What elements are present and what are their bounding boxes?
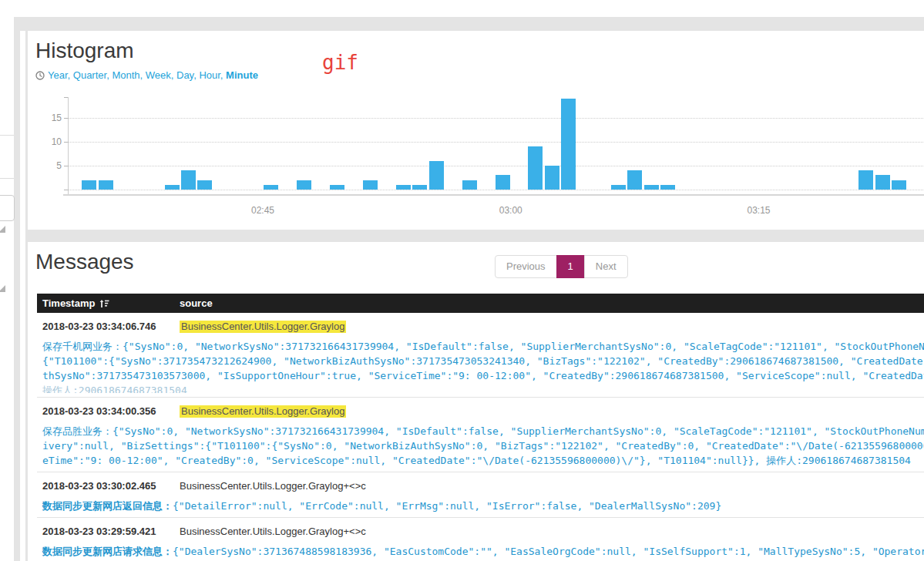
- histogram-bar[interactable]: [363, 180, 378, 190]
- histogram-bar[interactable]: [545, 166, 559, 190]
- gridline-y-0: [68, 190, 924, 190]
- message-row[interactable]: 2018-03-23 03:34:00.356BusinessCenter.Ut…: [37, 398, 924, 472]
- histogram-bar[interactable]: [611, 185, 626, 190]
- message-row[interactable]: 2018-03-23 03:29:59.421BusinessCenter.Ut…: [37, 518, 924, 561]
- message-timestamp: 2018-03-23 03:29:59.421: [42, 526, 180, 538]
- histogram-bar[interactable]: [660, 185, 675, 190]
- message-text-line: 保存品胜业务：{"SysNo":0, "NetworkSysNo":371732…: [42, 424, 924, 438]
- previous-page-button[interactable]: Previous: [495, 255, 557, 278]
- histogram-bar[interactable]: [496, 175, 510, 190]
- histogram-bar[interactable]: [875, 175, 890, 190]
- current-page-button[interactable]: 1: [556, 255, 585, 278]
- x-axis: [63, 194, 924, 196]
- message-source: BusinessCenter.Utils.Logger.Graylog+<>c: [180, 526, 366, 538]
- histogram-bar[interactable]: [892, 180, 906, 190]
- histogram-bar[interactable]: [197, 180, 212, 190]
- message-timestamp: 2018-03-23 03:30:02.465: [42, 480, 180, 492]
- gridline-y-10: [68, 142, 924, 143]
- pagination: Previous 1 Next: [495, 255, 628, 278]
- histogram-bar[interactable]: [412, 185, 427, 190]
- y-tick-label: 15: [34, 112, 62, 124]
- message-timestamp: 2018-03-23 03:34:06.746: [42, 321, 180, 333]
- message-text-line: ivery":null, "BizSettings":{"T101100":{"…: [42, 438, 924, 453]
- message-source: BusinessCenter.Utils.Logger.Graylog: [180, 321, 346, 333]
- histogram-bar[interactable]: [396, 185, 411, 190]
- histogram-bar[interactable]: [297, 180, 311, 190]
- sidebar-edge: [20, 31, 25, 561]
- message-text-line: 保存千机网业务：{"SysNo":0, "NetworkSysNo":37173…: [42, 339, 924, 354]
- message-source: BusinessCenter.Utils.Logger.Graylog+<>c: [180, 480, 366, 492]
- gridline-y-5: [68, 166, 924, 166]
- gridline-y-15: [68, 118, 924, 119]
- message-source: BusinessCenter.Utils.Logger.Graylog: [180, 405, 346, 418]
- message-row[interactable]: 2018-03-23 03:34:06.746BusinessCenter.Ut…: [37, 313, 924, 398]
- message-text-line: 数据同步更新网店请求信息：{"DealerSysNo":371367488598…: [42, 544, 924, 559]
- histogram-bar[interactable]: [330, 185, 344, 190]
- histogram-bar[interactable]: [644, 185, 659, 190]
- sidebar-fragment: [0, 17, 14, 561]
- histogram-bar[interactable]: [429, 161, 444, 190]
- sidebar-input-fragment[interactable]: [0, 195, 15, 221]
- histogram-bar[interactable]: [528, 146, 543, 190]
- messages-panel: Messages Previous 1 Next Timestamp sourc…: [28, 242, 924, 561]
- column-header-source[interactable]: source: [180, 297, 213, 309]
- y-tick-label: 5: [34, 160, 62, 172]
- x-tick-label: 03:15: [736, 205, 782, 216]
- x-tick-label: 03:00: [488, 205, 534, 216]
- histogram-bar[interactable]: [462, 180, 477, 190]
- histogram-bar[interactable]: [82, 180, 96, 190]
- next-page-button[interactable]: Next: [584, 255, 628, 278]
- message-timestamp: 2018-03-23 03:34:00.356: [42, 405, 180, 418]
- message-text-line: eTime":"9: 00-12:00", "CreatedBy":0, "Se…: [42, 453, 924, 468]
- column-header-timestamp[interactable]: Timestamp: [37, 297, 180, 309]
- top-strip: [0, 0, 924, 17]
- sidebar-divider: [0, 135, 14, 136]
- message-text-line: thSysNo":371735473103573000, "IsSupportO…: [42, 368, 924, 383]
- table-header: Timestamp source: [37, 294, 924, 313]
- sidebar-caret-icon: [0, 285, 5, 292]
- message-text-line: 操作人:290618674687381504: [42, 383, 924, 393]
- y-axis: [68, 97, 69, 196]
- histogram-chart: 5101502:4503:0003:15: [28, 31, 924, 230]
- sidebar-divider: [0, 178, 14, 179]
- histogram-bar[interactable]: [99, 180, 113, 190]
- histogram-bar[interactable]: [165, 185, 180, 190]
- y-tick-label: 10: [34, 136, 62, 148]
- histogram-bar[interactable]: [627, 170, 642, 190]
- histogram-bar[interactable]: [181, 170, 196, 190]
- message-text-line: {"T101100":{"SysNo":371735473212624900, …: [42, 354, 924, 368]
- message-list: 2018-03-23 03:34:06.746BusinessCenter.Ut…: [37, 313, 924, 561]
- histogram-bar[interactable]: [264, 185, 278, 190]
- histogram-bar[interactable]: [561, 99, 576, 190]
- histogram-panel: Histogram Year, Quarter, Month, Week, Da…: [28, 31, 924, 230]
- message-row[interactable]: 2018-03-23 03:30:02.465BusinessCenter.Ut…: [37, 472, 924, 518]
- sidebar-caret-icon: [0, 226, 5, 233]
- messages-title: Messages: [35, 248, 134, 276]
- histogram-bar[interactable]: [858, 170, 873, 190]
- x-tick-label: 02:45: [240, 205, 286, 216]
- message-text-line: 数据同步更新网店返回信息：{"DetailError":null, "ErrCo…: [42, 499, 924, 513]
- sort-icon[interactable]: [99, 299, 109, 308]
